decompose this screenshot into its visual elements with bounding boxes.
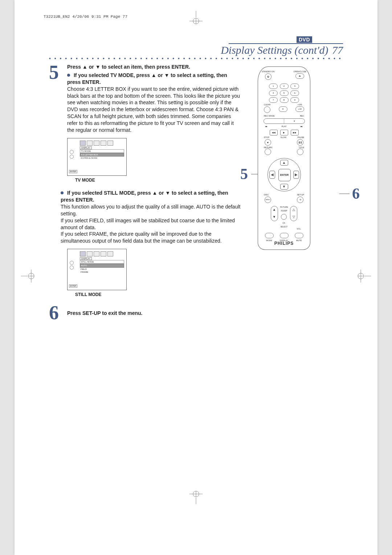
step5-sub2: If you selected STILL MODE, press ▲ or ▼… [61, 190, 228, 203]
remote-label-disc: DISC [264, 194, 269, 196]
remote-transport-row: ◀◀ ▶ ▶▶ [262, 129, 306, 136]
crop-mark-top [185, 11, 207, 25]
crop-mark-left [21, 265, 36, 287]
remote-btn-rew: ◀◀ [270, 130, 278, 135]
remote-btn-recmode-rec: ● [264, 118, 305, 124]
remote-label-setup: SET-UP [297, 194, 304, 196]
remote-btn-enter: ENTER [278, 169, 291, 181]
osd-caption-tvmode: TV MODE [75, 177, 241, 183]
divider-dots: • • • • • • • • • • • • • • • • • • • • … [49, 56, 343, 61]
next-icon: ⏭ [301, 125, 303, 127]
osd-tab-icon [101, 141, 106, 146]
remote-btn-stop: ■ [265, 139, 271, 146]
remote-btn-display [280, 233, 289, 238]
remote-column: 5 6 STANDBY-ON ⏻ OPEN/CLOSE ⏏ [241, 64, 343, 322]
remote-label-pause: PAUSE [298, 136, 304, 138]
remote-btn-setup: ⟲ [297, 197, 303, 203]
remote-key-0: 0 [279, 106, 287, 112]
osd-option: 4:3 PAN & SCAN [80, 157, 124, 159]
instructions-column: 5 Press ▲ or ▼ to select an item, then p… [49, 64, 241, 322]
section-badge: DVD [229, 36, 343, 44]
osd-section-title: DISPLAY [80, 257, 92, 260]
remote-key-4: 4 [269, 90, 278, 96]
step5-para2a: This function allows you to adjust the q… [61, 203, 241, 217]
step5-heading: Press ▲ or ▼ to select an item, then pre… [67, 64, 241, 70]
remote-label-play: PLAY [282, 125, 287, 127]
remote-label-stop: STOP [264, 136, 269, 138]
osd-tab-icon [94, 251, 99, 256]
remote-label-ch: CH. [282, 222, 286, 224]
remote-key-7: 7 [269, 97, 278, 103]
osd-option-selected: 4:3 LETTER BOX [80, 153, 124, 157]
remote-ch-vol-block: ▲▼ PICTURE /SLEEP CH. SELECT △▽ [262, 206, 306, 228]
osd-tab-icon [107, 251, 113, 256]
step-number-6: 6 [49, 304, 59, 322]
remote-dpad-up: ▲ [280, 160, 288, 166]
osd-section-title: DISPLAY [80, 146, 92, 149]
remote-key-2: 2 [280, 84, 289, 89]
remote-label-plus100: +100 [295, 104, 305, 106]
remote-btn-title [297, 149, 303, 155]
remote-btn-ff: ▶▶ [291, 130, 299, 135]
step-number-5: 5 [49, 64, 59, 81]
bullet-icon [61, 191, 64, 194]
remote-dpad-left: ◀ [269, 171, 275, 179]
osd-tab-icon [80, 251, 86, 256]
osd-option: FIELD [80, 268, 124, 271]
remote-key-9: 9 [290, 97, 299, 103]
osd-caption-stillmode: STILL MODE [75, 292, 241, 297]
remote-label-picture: PICTURE [280, 206, 288, 208]
remote-key-1: 1 [269, 84, 278, 89]
remote-btn-picture-sleep [281, 214, 287, 220]
callout-number-5: 5 [240, 165, 248, 183]
osd-tab-icon [87, 251, 93, 256]
remote-label-rec: REC [300, 115, 304, 117]
remote-label-slow: SLOW [281, 136, 286, 138]
osd-tab-icon [87, 141, 93, 146]
osd-nav-icon [70, 150, 74, 159]
remote-label-standby: STANDBY-ON [262, 70, 274, 73]
remote-label-openclose: OPEN/CLOSE [293, 70, 306, 73]
osd-option-selected: AUTO [80, 264, 124, 267]
remote-label-recmode: REC MODE [264, 115, 275, 117]
remote-btn-plus10: +10 [295, 106, 304, 112]
remote-label-select: SELECT [281, 226, 287, 228]
page-number: 77 [330, 44, 343, 56]
remote-brand: PHILIPS [258, 241, 310, 246]
remote-key-5: 5 [280, 90, 289, 96]
remote-label-sleep: /SLEEP [281, 210, 287, 212]
remote-btn-standby: ⏻ [265, 73, 271, 80]
remote-label-vol: VOL. [297, 228, 301, 230]
crop-mark-bottom [185, 490, 207, 504]
osd-menu-stillmode: DISPLAY STILL MODE AUTO FIELD FRAME ENTE… [67, 249, 127, 290]
remote-dpad-down: ▼ [280, 184, 288, 190]
bullet-icon [67, 74, 70, 77]
remote-btn-play: ▶ [280, 130, 288, 135]
remote-dpad-right: ▶ [293, 171, 299, 179]
remote-label-clear: CLEAR [263, 104, 271, 106]
remote-key-3: 3 [290, 84, 299, 89]
step5-sub1: If you selected TV MODE, press ▲ or ▼ to… [67, 72, 227, 85]
remote-btn-return [265, 149, 271, 155]
remote-btn-pause: ❚❚ [297, 139, 303, 146]
step5-para2c: If you select FRAME, the picture quality… [61, 231, 241, 244]
osd-enter-label: ENTER [69, 170, 77, 173]
osd-tab-icon [107, 141, 113, 146]
print-meta-header: T3221UB_EN2 4/20/06 9:31 PM Page 77 [44, 15, 127, 19]
remote-key-6: 6 [290, 90, 299, 96]
remote-btn-disc-menu: MENU [265, 197, 271, 203]
osd-menu-tvmode: DISPLAY TV MODE 4:3 LETTER BOX 4:3 PAN &… [67, 138, 127, 176]
osd-tab-icon [80, 141, 86, 146]
remote-btn-mute [295, 233, 303, 238]
remote-bottom-row: MODE DISPLAY MUTE [262, 232, 306, 242]
osd-enter-label: ENTER [69, 284, 77, 288]
remote-keypad: 1 2 3 4 5 6 7 8 [262, 83, 306, 114]
manual-page: T3221UB_EN2 4/20/06 9:31 PM Page 77 DVD … [15, 0, 377, 555]
remote-btn-mode [265, 233, 274, 238]
remote-ch-rocker: ▲▼ [271, 206, 278, 221]
crop-mark-right [356, 265, 371, 287]
osd-tab-icon [94, 141, 99, 146]
osd-group-label: TV MODE [80, 149, 124, 153]
remote-key-8: 8 [280, 97, 289, 103]
page-title: Display Settings (cont'd) [221, 44, 328, 56]
